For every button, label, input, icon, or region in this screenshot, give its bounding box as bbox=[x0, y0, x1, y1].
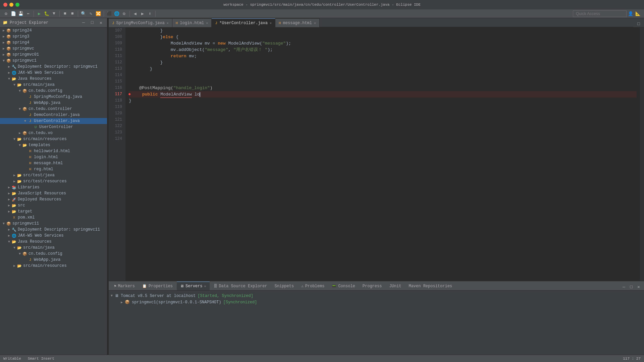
tab-login[interactable]: H login.html ✕ bbox=[172, 18, 212, 27]
toolbar-btn-5[interactable]: ■ bbox=[62, 10, 68, 17]
btab-console[interactable]: 📟 Console bbox=[328, 282, 358, 290]
bottom-panel-minimize[interactable]: — bbox=[621, 284, 627, 290]
tree-item-pomxml[interactable]: ▶ X pom.xml bbox=[0, 215, 107, 221]
toolbar-btn-2[interactable]: 📄 bbox=[10, 10, 17, 17]
toolbar-btn-13[interactable]: ◀ bbox=[132, 10, 139, 17]
tab-close-btn[interactable]: ✕ bbox=[314, 21, 316, 25]
code-line-107: } bbox=[129, 27, 637, 34]
tree-item-srcmainjava11[interactable]: ▼ 📂 src/main/java bbox=[0, 245, 107, 251]
minimize-button[interactable] bbox=[9, 3, 13, 7]
toolbar-btn-9[interactable]: 🔀 bbox=[95, 10, 102, 17]
editor-maximize-btn[interactable]: □ bbox=[635, 20, 642, 27]
btab-progress[interactable]: Progress bbox=[359, 282, 385, 290]
tree-item-cnteduconfig[interactable]: ▼ 📦 cn.tedu.config bbox=[0, 88, 107, 94]
toolbar-btn-3[interactable]: 💾 bbox=[17, 10, 24, 17]
tree-item-reghtml[interactable]: ▶ H reg.html bbox=[0, 166, 107, 172]
pe-close-btn[interactable]: ✕ bbox=[98, 19, 104, 26]
tree-item-srctestjava[interactable]: ▶ 📂 src/test/java bbox=[0, 172, 107, 178]
tree-item-srcmainresources[interactable]: ▼ 📂 src/main/resources bbox=[0, 136, 107, 142]
maximize-button[interactable] bbox=[15, 3, 19, 7]
btab-junit[interactable]: JUnit bbox=[386, 282, 405, 290]
tree-item-cnteducontroller[interactable]: ▼ 📦 cn.tedu.controller bbox=[0, 106, 107, 112]
server-main-entry[interactable]: ▼ 🖥 Tomcat v8.5 Server at localhost [Sta… bbox=[111, 293, 642, 299]
tree-item-jaxws[interactable]: ▶ 🌐 JAX-WS Web Services bbox=[0, 70, 107, 76]
tab-message[interactable]: H message.html ✕ bbox=[275, 18, 320, 27]
btab-maven[interactable]: Maven Repositories bbox=[405, 282, 455, 290]
bottom-panel-maximize[interactable]: □ bbox=[628, 284, 635, 290]
tree-item-loginhtml[interactable]: ▶ H login.html bbox=[0, 154, 107, 160]
btab-servers[interactable]: 🖥 Servers ✕ bbox=[177, 282, 209, 290]
toolbar-btn-7[interactable]: 🔍 bbox=[80, 10, 87, 17]
tree-item-usercontroller[interactable]: ▼ J UserController.java bbox=[0, 118, 107, 124]
tree-item-webapp[interactable]: ▶ J WebApp.java bbox=[0, 100, 107, 106]
tree-item-springmvc11[interactable]: ▼ 📦 springmvc11 bbox=[0, 221, 107, 227]
tree-item-springmvcconfig[interactable]: ▶ J SpringMvcConfig.java bbox=[0, 94, 107, 100]
toolbar-btn-10[interactable]: ⬛ bbox=[106, 10, 113, 17]
tree-item-springmvc1[interactable]: ▼ 📦 springmvc1 bbox=[0, 58, 107, 64]
sub-expand-arrow[interactable]: ▶ bbox=[121, 300, 123, 304]
tree-item-spring4[interactable]: ▶ 📦 spring4 bbox=[0, 40, 107, 46]
quick-access-input[interactable] bbox=[573, 10, 627, 17]
tab-close-btn[interactable]: ✕ bbox=[167, 21, 169, 25]
server-sub-entry[interactable]: ▶ 📦 springmvc1(springmvc1-0.0.1-SNAPSHOT… bbox=[121, 299, 642, 305]
tree-item-srcmainjava[interactable]: ▼ 📂 src/main/java bbox=[0, 82, 107, 88]
tree-item-templates[interactable]: ▼ 📂 templates bbox=[0, 142, 107, 148]
btab-datasource[interactable]: 🗄 Data Source Explorer bbox=[210, 282, 271, 290]
tree-item-srcmainresources11[interactable]: ▶ 📂 src/main/resources bbox=[0, 263, 107, 269]
btab-snippets[interactable]: Snippets bbox=[271, 282, 298, 290]
btab-problems[interactable]: ⚠ Problems bbox=[298, 282, 328, 290]
xmlfile-icon: X bbox=[11, 215, 17, 220]
tab-close-btn[interactable]: ✕ bbox=[270, 21, 272, 25]
bottom-panel-close[interactable]: ✕ bbox=[635, 284, 642, 290]
close-button[interactable] bbox=[3, 3, 7, 7]
tree-item-jsresources[interactable]: ▶ 📂 JavaScript Resources bbox=[0, 190, 107, 196]
toolbar-btn-6[interactable]: ■ bbox=[69, 10, 76, 17]
pe-maximize-btn[interactable]: □ bbox=[89, 19, 96, 26]
toolbar-btn-12[interactable]: ⚙ bbox=[121, 10, 127, 17]
toolbar-btn-8[interactable]: ✎ bbox=[88, 10, 94, 17]
tree-item-democontroller[interactable]: ▶ J DemoController.java bbox=[0, 112, 107, 118]
tree-item-dd[interactable]: ▶ 🔧 Deployment Descriptor: springmvc1 bbox=[0, 64, 107, 70]
btab-properties[interactable]: 📋 Properties bbox=[139, 282, 176, 290]
tree-item-dd11[interactable]: ▶ 🔧 Deployment Descriptor: springmvc11 bbox=[0, 227, 107, 233]
code-content[interactable]: } }else { ModelAndView mv = new ModelAnd… bbox=[125, 27, 640, 281]
problems-icon: ⚠ bbox=[301, 284, 304, 288]
tree-item-spring24[interactable]: ▶ 📦 spring24 bbox=[0, 27, 107, 34]
toolbar-btn-16[interactable]: 👤 bbox=[627, 10, 634, 17]
toolbar-btn-4[interactable]: ⬅ bbox=[25, 10, 32, 17]
tree-item-javaresources[interactable]: ▼ 📂 Java Resources bbox=[0, 76, 107, 82]
run-btn[interactable]: ▶ bbox=[36, 10, 43, 17]
toolbar-btn-14[interactable]: ▶ bbox=[139, 10, 146, 17]
tab-springmvcconfig[interactable]: J SpringMvcConfig.java ✕ bbox=[109, 18, 172, 27]
markers-icon: ⚑ bbox=[114, 284, 116, 288]
toolbar-btn-17[interactable]: 📐 bbox=[635, 10, 641, 17]
tree-item-spring3[interactable]: ▶ 📦 spring3 bbox=[0, 34, 107, 40]
tree-item-helloworld[interactable]: ▶ H helloworld.html bbox=[0, 148, 107, 154]
toolbar-btn-15[interactable]: ⬇ bbox=[147, 10, 153, 17]
bottom-panel: ⚑ Markers 📋 Properties 🖥 Servers ✕ 🗄 Dat… bbox=[109, 281, 644, 355]
server-expand-arrow[interactable]: ▼ bbox=[111, 294, 113, 298]
tree-item-usercontrollerclass[interactable]: ▶ U UserController bbox=[0, 124, 107, 130]
toolbar-btn-11[interactable]: 🌐 bbox=[113, 10, 120, 17]
tree-item-webapp11[interactable]: ▶ J WebApp.java bbox=[0, 257, 107, 263]
tree-item-javaresources11[interactable]: ▼ 📂 Java Resources bbox=[0, 239, 107, 245]
tree-item-deployedresources[interactable]: ▶ 🚀 Deployed Resources bbox=[0, 196, 107, 202]
tree-item-libraries[interactable]: ▶ 📚 Libraries bbox=[0, 184, 107, 190]
tree-item-springmvc01[interactable]: ▶ 📦 springmvc01 bbox=[0, 52, 107, 58]
tree-item-cnteduconfig11[interactable]: ▼ 📦 cn.tedu.config bbox=[0, 251, 107, 257]
tab-close-btn[interactable]: ✕ bbox=[206, 21, 208, 25]
toolbar-btn-1[interactable]: ⚙ bbox=[3, 10, 9, 17]
tree-item-src[interactable]: ▶ 📂 src bbox=[0, 202, 107, 208]
tree-item-cnteduvo[interactable]: ▶ 📦 cn.tedu.vo bbox=[0, 130, 107, 136]
tree-item-srctestresources[interactable]: ▶ 📂 src/test/resources bbox=[0, 178, 107, 184]
pe-minimize-btn[interactable]: — bbox=[80, 19, 87, 26]
tree-item-jaxws11[interactable]: ▶ 🌐 JAX-WS Web Services bbox=[0, 233, 107, 239]
tree-item-messagehtml[interactable]: ▶ H message.html bbox=[0, 160, 107, 166]
tree-item-springmvc[interactable]: ▶ 📦 springmvc bbox=[0, 46, 107, 52]
btab-markers[interactable]: ⚑ Markers bbox=[111, 282, 138, 290]
run-config-btn[interactable]: ▼ bbox=[51, 10, 57, 17]
tab-usercontroller[interactable]: J *UserController.java ✕ bbox=[212, 18, 275, 27]
debug-btn[interactable]: 🐛 bbox=[43, 10, 50, 17]
writable-status: Writable bbox=[3, 357, 21, 361]
tree-item-target[interactable]: ▶ 📂 target bbox=[0, 208, 107, 215]
